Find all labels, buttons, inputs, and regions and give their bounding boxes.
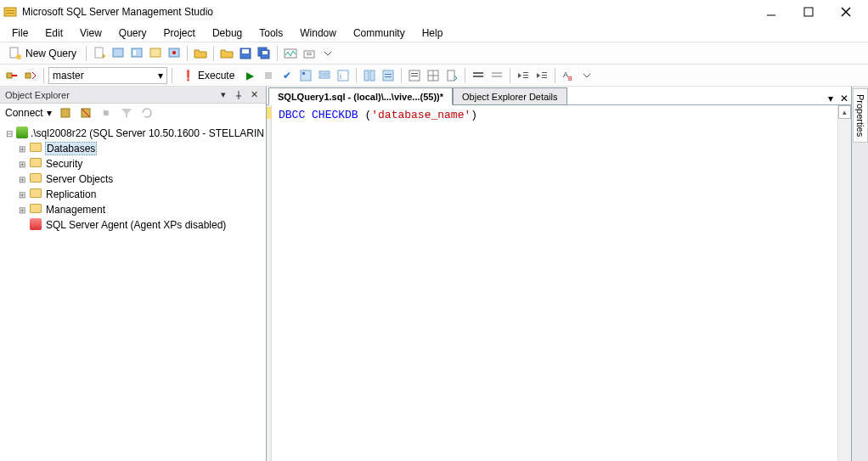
toolbar-dropdown-button[interactable] [578,67,595,84]
tree-node-management[interactable]: ⊞ Management [2,202,264,217]
panel-close-button[interactable]: ✕ [247,88,261,102]
editor-content[interactable]: DBCC CHECKDB ('database_name') [272,105,837,461]
minimize-button[interactable] [752,0,790,24]
tree-node-server-objects[interactable]: ⊞ Server Objects [2,171,264,187]
menu-help[interactable]: Help [414,25,452,41]
svg-rect-41 [411,73,418,74]
oe-refresh-button[interactable] [138,104,155,121]
menu-file[interactable]: File [3,25,37,41]
svg-rect-37 [383,70,393,81]
object-explorer-tree[interactable]: ⊟ .\sql2008r22 (SQL Server 10.50.1600 - … [0,122,266,461]
tab-close-button[interactable]: ✕ [837,93,851,104]
new-query-button[interactable]: New Query [3,45,82,62]
connect-dropdown[interactable]: Connect▾ [3,104,54,121]
svg-rect-50 [492,76,502,77]
new-query-label: New Query [25,48,76,59]
registered-servers-button[interactable] [301,45,318,62]
tab-sqlquery1[interactable]: SQLQuery1.sql - (local)\...\vive...(55))… [268,87,453,105]
intellisense-button[interactable]: i [335,67,352,84]
parse-button[interactable]: ✔ [279,67,296,84]
svg-rect-35 [364,70,369,81]
specify-values-button[interactable]: AB [560,67,577,84]
svg-rect-28 [265,72,272,79]
svg-rect-26 [7,73,12,78]
new-trace-button[interactable] [147,45,164,62]
oe-filter-button[interactable] [118,104,135,121]
tree-root[interactable]: ⊟ .\sql2008r22 (SQL Server 10.50.1600 - … [2,126,264,141]
new-cube-button[interactable] [166,45,183,62]
menu-window[interactable]: Window [291,25,345,41]
include-actual-plan-button[interactable] [361,67,378,84]
increase-indent-button[interactable] [533,67,550,84]
expand-icon[interactable]: ⊞ [17,160,27,169]
expand-icon[interactable]: ⊞ [17,190,27,200]
menu-project[interactable]: Project [155,25,204,41]
menu-edit[interactable]: Edit [37,25,71,41]
oe-stop-button[interactable]: ■ [98,104,115,121]
tree-node-replication[interactable]: ⊞ Replication [2,187,264,202]
close-button[interactable] [827,0,865,24]
folder-icon [30,142,43,155]
new-analysis-button[interactable] [128,45,145,62]
menu-debug[interactable]: Debug [204,25,251,41]
dropdown-more-button[interactable] [319,45,336,62]
check-icon: ✔ [283,70,291,82]
properties-tab[interactable]: Properties [853,88,868,143]
include-statistics-button[interactable] [380,67,397,84]
new-project-button[interactable] [110,45,127,62]
maximize-button[interactable] [790,0,827,24]
expand-icon[interactable]: ⊞ [17,205,27,215]
results-to-text-button[interactable] [406,67,423,84]
oe-connect-button[interactable] [57,104,74,121]
svg-point-16 [172,51,176,54]
collapse-icon[interactable]: ⊟ [5,129,14,138]
separator [356,68,357,83]
menu-community[interactable]: Community [345,25,414,41]
tree-node-security[interactable]: ⊞ Security [2,156,264,171]
activity-monitor-button[interactable] [282,45,299,62]
new-file-button[interactable] [91,45,108,62]
svg-rect-27 [25,73,31,78]
results-to-grid-button[interactable] [425,67,442,84]
open-file-button[interactable] [192,45,209,62]
titlebar: Microsoft SQL Server Management Studio [0,0,868,24]
object-explorer-panel: Object Explorer ▾ ✕ Connect▾ ■ ⊟ .\sql20… [0,87,267,461]
svg-rect-32 [319,76,330,78]
database-combobox[interactable]: master ▾ [48,67,167,84]
tab-label: SQLQuery1.sql - (local)\...\vive...(55))… [278,92,443,102]
change-connection-button[interactable] [22,67,39,84]
tab-object-explorer-details[interactable]: Object Explorer Details [453,87,567,105]
comment-button[interactable] [470,67,487,84]
open-folder-button[interactable] [218,45,235,62]
properties-dock: Properties [851,87,868,461]
panel-dropdown-button[interactable]: ▾ [217,88,230,102]
tab-label: Object Explorer Details [462,92,558,102]
tree-node-databases[interactable]: ⊞ Databases [2,141,264,156]
save-all-button[interactable] [256,45,273,62]
menu-tools[interactable]: Tools [251,25,291,41]
menu-query[interactable]: Query [110,25,155,41]
oe-disconnect-button[interactable] [77,104,94,121]
expand-icon[interactable]: ⊞ [17,144,27,154]
stop-button[interactable] [260,67,277,84]
expand-icon[interactable]: ⊞ [17,175,27,184]
sql-string: 'database_name' [371,109,471,121]
pin-icon[interactable] [232,88,245,102]
debug-button[interactable]: ▶ [241,67,258,84]
uncomment-button[interactable] [488,67,505,84]
save-button[interactable] [237,45,254,62]
svg-rect-48 [473,76,483,77]
query-options-button[interactable] [316,67,333,84]
expand-icon [17,221,27,230]
estimated-plan-button[interactable] [297,67,314,84]
menu-view[interactable]: View [71,25,110,41]
sql-editor[interactable]: DBCC CHECKDB ('database_name') ▴ [267,105,851,461]
results-to-file-button[interactable] [443,67,460,84]
scroll-up-button[interactable]: ▴ [838,105,851,119]
tree-node-sql-agent[interactable]: SQL Server Agent (Agent XPs disabled) [2,217,264,233]
editor-scrollbar[interactable]: ▴ [837,105,851,461]
connect-button[interactable] [3,67,20,84]
decrease-indent-button[interactable] [515,67,532,84]
tab-dropdown-button[interactable]: ▾ [824,93,837,104]
execute-button[interactable]: ❗ Execute [177,67,240,84]
